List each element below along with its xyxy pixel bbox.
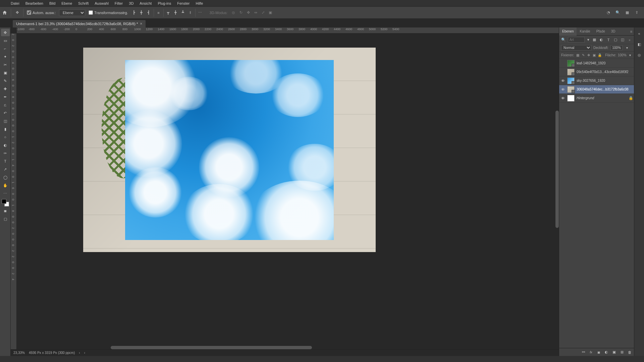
color-swatches[interactable] bbox=[2, 199, 9, 206]
delete-layer-icon[interactable]: 🗑 bbox=[627, 350, 632, 355]
align-right-icon[interactable]: ┫ bbox=[146, 10, 152, 15]
filter-toggle-icon[interactable]: ● bbox=[627, 38, 632, 42]
stamp-tool[interactable]: ⎌ bbox=[1, 101, 10, 109]
rail-collapse-icon[interactable]: « bbox=[636, 30, 643, 37]
align-top-icon[interactable]: ┳ bbox=[166, 10, 171, 15]
tab-ebenen[interactable]: Ebenen bbox=[559, 27, 577, 36]
mask-icon[interactable]: ◙ bbox=[596, 350, 601, 355]
menu-datei[interactable]: Datei bbox=[8, 0, 22, 7]
status-arrow-left[interactable]: ‹ bbox=[79, 351, 80, 355]
canvas-stage[interactable] bbox=[17, 34, 559, 349]
more-tools[interactable]: ⋯ bbox=[1, 190, 10, 197]
menu-plugins[interactable]: Plug-ins bbox=[155, 0, 174, 7]
layer-thumbnail[interactable] bbox=[567, 77, 575, 84]
layer-name[interactable]: 306048a5746dec...b3172fb3a6c08 bbox=[577, 87, 633, 91]
visibility-toggle[interactable]: 👁 bbox=[560, 78, 565, 83]
blend-mode-select[interactable]: Normal bbox=[561, 45, 591, 51]
search-icon[interactable]: 🔍 bbox=[615, 10, 621, 15]
visibility-toggle[interactable] bbox=[560, 70, 565, 74]
menu-filter[interactable]: Filter bbox=[112, 0, 125, 7]
dodge-tool[interactable]: ◐ bbox=[1, 141, 10, 149]
layer-row[interactable]: 09c540e4f70d13...43ce46bd18f3f2 bbox=[559, 68, 634, 76]
move-tool[interactable]: ✥ bbox=[1, 29, 10, 36]
distribute-icon[interactable]: ≡ bbox=[156, 10, 161, 15]
menu-ansicht[interactable]: Ansicht bbox=[137, 0, 154, 7]
opacity-value[interactable]: 100% bbox=[610, 45, 623, 50]
heal-tool[interactable]: ✚ bbox=[1, 85, 10, 93]
layer-row[interactable]: 👁306048a5746dec...b3172fb3a6c08 bbox=[559, 85, 634, 94]
panel-menu-icon[interactable]: ≡ bbox=[629, 29, 634, 34]
menu-auswahl[interactable]: Auswahl bbox=[92, 0, 111, 7]
cloud-docs-icon[interactable]: ◔ bbox=[606, 10, 611, 15]
share-icon[interactable]: ⇪ bbox=[634, 10, 639, 15]
layer-row[interactable]: leaf-1482948_1920 bbox=[559, 59, 634, 68]
filter-search-icon[interactable]: 🔍 bbox=[561, 38, 566, 42]
fg-color-swatch[interactable] bbox=[2, 199, 6, 204]
lock-trans-icon[interactable]: ▦ bbox=[576, 53, 579, 58]
layer-thumbnail[interactable] bbox=[567, 69, 575, 75]
rail-layers-icon[interactable]: ◧ bbox=[636, 41, 643, 48]
tab-kanaele[interactable]: Kanäle bbox=[577, 27, 593, 36]
opacity-dropdown-icon[interactable]: ▾ bbox=[625, 46, 629, 50]
align-center-v-icon[interactable]: ╋ bbox=[173, 10, 178, 15]
menu-ebene[interactable]: Ebene bbox=[59, 0, 75, 7]
crop-tool[interactable]: ✂ bbox=[1, 61, 10, 68]
fill-dropdown-icon[interactable]: ▾ bbox=[628, 53, 632, 58]
brush-tool[interactable]: ✒ bbox=[1, 93, 10, 101]
menu-3d[interactable]: 3D bbox=[126, 0, 136, 7]
type-tool[interactable]: T bbox=[1, 158, 10, 165]
filter-shape-icon[interactable]: ▢ bbox=[613, 38, 618, 42]
ruler-vertical[interactable]: 2020040060080010001200140016001800200022… bbox=[11, 34, 17, 349]
home-icon[interactable] bbox=[2, 10, 7, 15]
layer-name[interactable]: leaf-1482948_1920 bbox=[577, 61, 633, 65]
doc-info[interactable]: 4936 Px x 3319 Px (300 ppcm) bbox=[29, 351, 75, 355]
document-tab[interactable]: Unbenannt-1 bei 23,3% (306048a5746dec346… bbox=[13, 20, 146, 27]
zoom-level[interactable]: 23,33% bbox=[13, 351, 25, 355]
menu-schrift[interactable]: Schrift bbox=[75, 0, 91, 7]
close-tab-icon[interactable]: × bbox=[140, 21, 142, 26]
lock-paint-icon[interactable]: ✎ bbox=[581, 53, 585, 58]
scrollbar-horizontal[interactable] bbox=[111, 346, 312, 349]
auto-select-target[interactable]: Ebene bbox=[59, 9, 85, 16]
quickmask-tool[interactable]: ◙ bbox=[1, 207, 10, 215]
eraser-tool[interactable]: ◫ bbox=[1, 117, 10, 125]
filter-smart-icon[interactable]: ◫ bbox=[620, 38, 625, 42]
filter-type-icon[interactable]: T bbox=[606, 38, 611, 42]
link-layers-icon[interactable]: ⚯ bbox=[581, 350, 586, 355]
frame-tool[interactable]: ▣ bbox=[1, 69, 10, 76]
filter-adjust-icon[interactable]: ◐ bbox=[599, 38, 604, 42]
adjustment-icon[interactable]: ◐ bbox=[604, 350, 609, 355]
visibility-toggle[interactable] bbox=[560, 61, 565, 66]
fx-icon[interactable]: fx bbox=[589, 350, 593, 355]
auto-select-check[interactable]: Autom. ausw.: bbox=[27, 10, 56, 15]
more-options-icon[interactable]: ⋯ bbox=[198, 10, 203, 15]
distribute-v-icon[interactable]: ⫴ bbox=[188, 10, 193, 15]
layer-name[interactable]: sky-3027656_1920 bbox=[577, 79, 633, 82]
status-arrow-right[interactable]: › bbox=[84, 351, 85, 355]
blur-tool[interactable]: ○ bbox=[1, 133, 10, 141]
align-center-h-icon[interactable]: ╋ bbox=[139, 10, 144, 15]
align-left-icon[interactable]: ┣ bbox=[131, 10, 137, 15]
marquee-tool[interactable]: ▭ bbox=[1, 37, 10, 44]
layer-row[interactable]: 👁Hintergrund🔒 bbox=[559, 94, 634, 103]
layer-thumbnail[interactable] bbox=[567, 86, 575, 93]
pen-tool[interactable]: ✑ bbox=[1, 149, 10, 157]
workspace-icon[interactable]: ▦ bbox=[625, 10, 630, 15]
layer-name[interactable]: 09c540e4f70d13...43ce46bd18f3f2 bbox=[577, 70, 633, 74]
scrollbar-vertical[interactable] bbox=[555, 111, 559, 228]
layer-filter-input[interactable] bbox=[568, 37, 585, 43]
eyedropper-tool[interactable]: ✎ bbox=[1, 77, 10, 84]
align-bottom-icon[interactable]: ┻ bbox=[180, 10, 186, 15]
lasso-tool[interactable]: ⌐ bbox=[1, 45, 10, 52]
ruler-horizontal[interactable]: -1000-800-600-400-2000200400600800100012… bbox=[17, 27, 559, 34]
gradient-tool[interactable]: ▮ bbox=[1, 125, 10, 133]
lock-pos-icon[interactable]: ✥ bbox=[587, 53, 590, 58]
group-icon[interactable]: ▣ bbox=[612, 350, 616, 355]
lock-nest-icon[interactable]: ▣ bbox=[592, 53, 596, 58]
hand-tool[interactable]: ✋ bbox=[1, 182, 10, 189]
layer-row[interactable]: 👁sky-3027656_1920 bbox=[559, 76, 634, 85]
history-brush-tool[interactable]: ↶ bbox=[1, 109, 10, 117]
menu-fenster[interactable]: Fenster bbox=[174, 0, 192, 7]
menu-bearbeiten[interactable]: Bearbeiten bbox=[23, 0, 46, 7]
filter-pixel-icon[interactable]: ▦ bbox=[592, 38, 597, 42]
